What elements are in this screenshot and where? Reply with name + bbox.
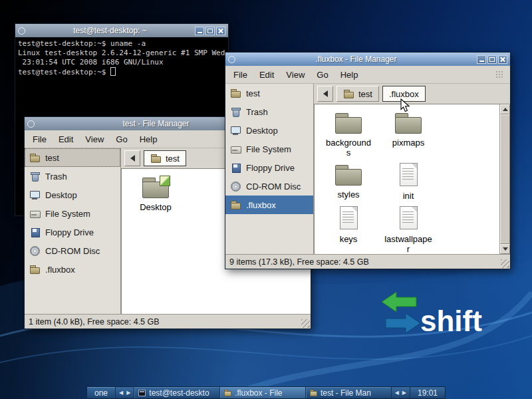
menu-help[interactable]: Help <box>334 70 364 80</box>
minimize-button[interactable] <box>477 55 486 64</box>
folder-icon <box>29 264 41 275</box>
window-menu-icon[interactable] <box>27 120 35 128</box>
sidebar-item-desktop[interactable]: Desktop <box>25 186 120 204</box>
maximize-icon <box>207 29 213 33</box>
file-item-lastwallpaper[interactable]: lastwallpaper <box>380 206 437 254</box>
sidebar-item-label: CD-ROM Disc <box>45 246 100 256</box>
sidebar-item-trash[interactable]: Trash <box>225 102 313 121</box>
logo-text: shift <box>420 305 482 337</box>
sidebar-item-test[interactable]: test <box>225 84 313 102</box>
resize-grip[interactable] <box>501 259 509 268</box>
menu-go[interactable]: Go <box>110 134 133 144</box>
taskbar-item-terminal[interactable]: test@test-deskto <box>134 387 220 398</box>
sidebar-item-fluxbox[interactable]: .fluxbox <box>225 196 313 214</box>
menu-help[interactable]: Help <box>134 134 164 144</box>
next-workspace-arrow-icon[interactable]: ▶ <box>126 390 130 396</box>
file-item-label: Desktop <box>140 202 172 212</box>
fm1-sidebar: test Trash Desktop File System Floppy Dr… <box>25 148 121 314</box>
sidebar-item-file-system[interactable]: File System <box>25 204 120 223</box>
terminal-line: test@test-desktop:~$ uname -a <box>18 39 225 49</box>
scroll-up-button[interactable] <box>500 104 510 114</box>
scrollbar-thumb[interactable] <box>500 114 510 244</box>
back-button[interactable] <box>124 150 140 166</box>
menu-file[interactable]: File <box>227 70 253 80</box>
sidebar-item-trash[interactable]: Trash <box>25 167 120 186</box>
close-button[interactable] <box>216 27 225 35</box>
taskbar-item-fluxbox-fm[interactable]: .fluxbox - File <box>220 387 306 398</box>
cdrom-icon <box>29 245 41 256</box>
menu-view[interactable]: View <box>79 134 110 144</box>
file-item-keys[interactable]: keys <box>320 206 377 254</box>
fm2-status-text: 9 items (17.3 kB), Free space: 4.5 GB <box>229 257 369 267</box>
menu-file[interactable]: File <box>27 134 53 144</box>
sidebar-item-test[interactable]: test <box>25 148 120 167</box>
folder-icon <box>224 390 231 396</box>
home-folder-icon <box>29 152 41 163</box>
file-item-label: init <box>403 191 414 201</box>
fm1-status-text: 1 item (4.0 kB), Free space: 4.5 GB <box>29 317 160 327</box>
back-button[interactable] <box>317 86 333 102</box>
fm2-titlebar[interactable]: .fluxbox - File Manager <box>225 53 510 66</box>
file-item-desktop[interactable]: Desktop <box>127 176 184 212</box>
breadcrumb-label: .fluxbox <box>389 89 419 99</box>
maximize-button[interactable] <box>487 55 497 64</box>
sidebar-item-cdrom[interactable]: CD-ROM Disc <box>25 241 120 260</box>
workspace-label[interactable]: one <box>87 387 116 398</box>
scrollbar-track[interactable] <box>500 114 510 244</box>
file-item-label: styles <box>337 190 359 200</box>
minimize-button[interactable] <box>195 27 204 35</box>
file-item-init[interactable]: init <box>380 163 437 201</box>
maximize-button[interactable] <box>205 27 215 35</box>
breadcrumb-test[interactable]: test <box>336 86 379 102</box>
folder-icon <box>310 390 317 396</box>
file-item-styles[interactable]: styles <box>320 163 377 201</box>
mouse-cursor <box>400 98 411 113</box>
trash-icon <box>230 106 241 117</box>
desktop-icon <box>230 125 241 136</box>
prev-workspace-arrow-icon[interactable]: ◀ <box>119 390 123 396</box>
fm2-menubar: File Edit View Go Help <box>225 66 510 84</box>
menu-edit[interactable]: Edit <box>253 70 280 80</box>
file-item-backgrounds[interactable]: backgrounds <box>320 111 377 158</box>
close-icon <box>218 28 223 33</box>
close-button[interactable] <box>498 55 507 64</box>
breadcrumb-test[interactable]: test <box>144 150 186 166</box>
sidebar-item-floppy[interactable]: Floppy Drive <box>25 223 120 241</box>
menu-edit[interactable]: Edit <box>53 134 79 144</box>
menu-go[interactable]: Go <box>311 70 334 80</box>
sidebar-item-label: Floppy Drive <box>45 227 94 237</box>
folder-icon <box>393 111 424 135</box>
fm2-fileview[interactable]: backgrounds pixmaps styles init <box>314 104 510 254</box>
sidebar-item-cdrom[interactable]: CD-ROM Disc <box>225 177 313 196</box>
sidebar-item-file-system[interactable]: File System <box>225 140 313 158</box>
taskbar: one ◀ ▶ test@test-deskto .fluxbox - File… <box>86 386 446 399</box>
sidebar-item-floppy[interactable]: Floppy Drive <box>225 158 313 177</box>
window-menu-icon[interactable] <box>228 56 235 63</box>
file-item-pixmaps[interactable]: pixmaps <box>380 111 437 158</box>
home-folder-icon <box>343 88 354 99</box>
menu-view[interactable]: View <box>280 70 311 80</box>
page-fold-icon <box>412 164 417 169</box>
fm1-statusbar: 1 item (4.0 kB), Free space: 4.5 GB <box>25 314 311 329</box>
text-file-icon <box>393 163 424 188</box>
hard-drive-icon <box>230 144 241 154</box>
file-item-label: lastwallpaper <box>384 234 432 254</box>
cdrom-icon <box>230 181 241 192</box>
taskbar-clock: 19:01 <box>410 387 445 398</box>
vertical-scrollbar[interactable] <box>499 104 510 254</box>
minimize-icon <box>198 32 202 33</box>
next-task-arrow-icon[interactable]: ▶ <box>402 390 406 396</box>
sidebar-item-label: test <box>45 153 59 163</box>
prev-task-arrow-icon[interactable]: ◀ <box>395 390 399 396</box>
close-icon <box>500 57 505 62</box>
sidebar-item-fluxbox[interactable]: .fluxbox <box>25 260 120 279</box>
text-file-icon <box>333 206 364 231</box>
file-item-label: pixmaps <box>392 138 424 148</box>
sidebar-item-desktop[interactable]: Desktop <box>225 121 313 140</box>
window-menu-icon[interactable] <box>18 27 25 35</box>
resize-grip[interactable] <box>301 319 310 328</box>
scroll-down-button[interactable] <box>500 244 510 254</box>
floppy-icon <box>29 227 41 237</box>
taskbar-item-test-fm[interactable]: test - File Man <box>306 387 392 398</box>
terminal-titlebar[interactable]: test@test-desktop: ~ <box>15 24 228 37</box>
